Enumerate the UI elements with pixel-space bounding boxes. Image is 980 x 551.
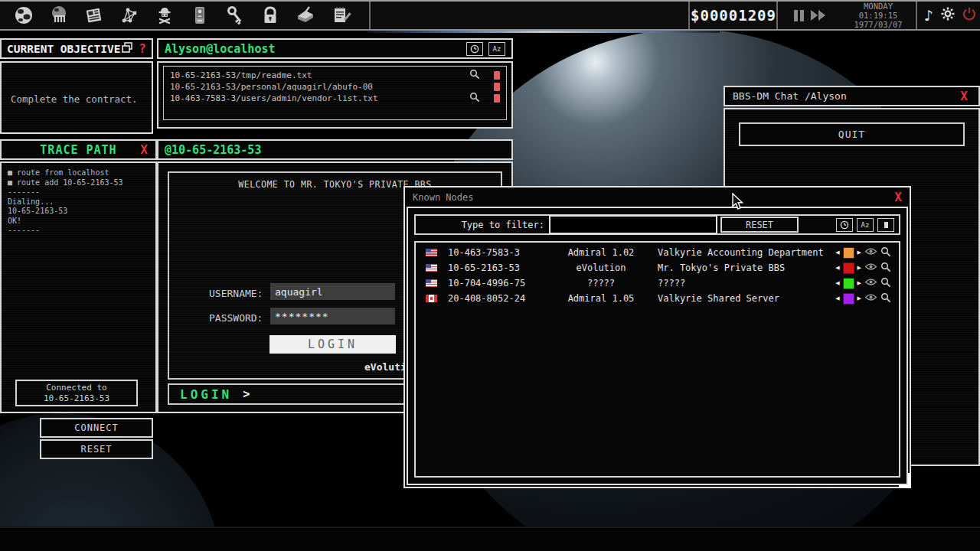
bottom-bar <box>0 527 980 551</box>
id-card-icon[interactable] <box>187 3 212 28</box>
file-path: 10-65-2163-53/personal/aquagirl/abufo-00 <box>170 82 373 92</box>
remote-host-title: @10-65-2163-53 <box>165 143 261 157</box>
password-label: PASSWORD: <box>209 312 263 324</box>
help-icon[interactable]: ? <box>139 41 146 56</box>
music-icon[interactable]: ♪ <box>924 7 933 24</box>
news-icon[interactable] <box>81 3 106 28</box>
tracepath-title: TRACE PATH <box>40 143 116 157</box>
toolbar-separator <box>688 2 690 29</box>
close-icon[interactable]: X <box>894 191 902 204</box>
money-display: $00001209 <box>691 2 776 29</box>
file-row[interactable]: 10-463-7583-3/users/admin/vendor-list.tx… <box>170 93 500 104</box>
connection-status-box: Connected to 10-65-2163-53 <box>15 380 138 406</box>
node-row[interactable]: 10-463-7583-3Admiral 1.02Valkyrie Accoun… <box>416 245 899 260</box>
known-nodes-titlebar[interactable]: Known Nodes X <box>405 187 910 207</box>
pause-icon[interactable] <box>794 10 804 21</box>
inspect-node-icon[interactable] <box>880 262 891 275</box>
network-map-icon[interactable] <box>116 3 142 28</box>
trace-log-line: ■ route add 10-65-2163-53 <box>8 178 149 188</box>
node-controls: ◀▶ <box>835 292 891 305</box>
file-row[interactable]: 10-65-2163-53/tmp/readme.txt <box>170 70 500 81</box>
file-row[interactable]: 10-65-2163-53/personal/aquagirl/abufo-00 <box>170 81 500 93</box>
inspect-node-icon[interactable] <box>880 277 891 290</box>
color-prev-arrow[interactable]: ◀ <box>835 295 839 302</box>
spy-icon[interactable] <box>152 3 177 28</box>
close-icon[interactable]: X <box>960 90 968 103</box>
lock-icon[interactable] <box>257 3 283 28</box>
node-name: ????? <box>647 278 835 289</box>
trace-log-line: Dialing... <box>8 197 149 207</box>
filter-reset-button[interactable]: RESET <box>720 217 799 233</box>
login-button[interactable]: LOGIN <box>270 335 396 354</box>
color-next-arrow[interactable]: ▶ <box>858 249 861 256</box>
key-icon[interactable] <box>222 3 247 28</box>
fast-forward-icon[interactable] <box>811 10 825 21</box>
node-row[interactable]: 10-704-4996-75??????????◀▶ <box>416 276 899 291</box>
chat-titlebar: BBS-DM Chat /Alyson X <box>724 86 980 106</box>
color-next-arrow[interactable]: ▶ <box>858 265 861 271</box>
sort-recent-icon[interactable] <box>836 218 853 232</box>
watch-node-icon[interactable] <box>864 262 877 273</box>
reset-route-button[interactable]: RESET <box>40 439 153 459</box>
tracepath-titlebar: TRACE PATH X <box>0 139 157 160</box>
sort-alpha-button[interactable]: Az <box>857 218 874 232</box>
sort-alpha-button[interactable]: Az <box>488 42 505 56</box>
power-icon[interactable] <box>962 7 976 24</box>
trace-log-line: 10-65-2163-53 <box>8 207 149 217</box>
watch-node-icon[interactable] <box>864 278 877 289</box>
notes-icon[interactable] <box>328 3 353 28</box>
tracepath-panel: ■ route from localhost■ route add 10-65-… <box>0 161 157 413</box>
color-next-arrow[interactable]: ▶ <box>858 295 861 302</box>
top-toolbar: $00001209 MONDAY 01:19:15 1977/03/07 ♪ <box>0 0 980 31</box>
close-icon[interactable]: X <box>140 144 148 156</box>
known-nodes-title: Known Nodes <box>413 192 473 203</box>
delete-file-icon[interactable] <box>494 83 500 91</box>
command-text: LOGIN <box>180 387 232 402</box>
node-name: Valkyrie Accounting Department <box>647 247 835 258</box>
filter-label: Type to filter: <box>416 220 544 230</box>
windows-icon[interactable] <box>122 41 133 56</box>
filemanager-panel: 10-65-2163-53/tmp/readme.txt10-65-2163-5… <box>157 61 513 129</box>
city-icon[interactable] <box>46 3 71 28</box>
clock-date: 1977/03/07 <box>854 20 902 29</box>
trace-log-line: OK! <box>8 217 149 227</box>
watch-node-icon[interactable] <box>864 293 877 304</box>
watch-node-icon[interactable] <box>864 247 877 258</box>
resize-handle[interactable] <box>899 473 911 488</box>
node-row[interactable]: 20-408-8052-24Admiral 1.05Valkyrie Share… <box>416 291 899 306</box>
file-path: 10-463-7583-3/users/admin/vendor-list.tx… <box>170 93 378 103</box>
view-file-icon[interactable] <box>469 69 480 82</box>
trace-log-line: ■ route from localhost <box>8 168 149 178</box>
quit-button[interactable]: QUIT <box>739 122 965 146</box>
trace-log: ■ route from localhost■ route add 10-65-… <box>8 168 149 236</box>
toolbar-separator <box>776 2 778 29</box>
node-color-swatch[interactable] <box>843 293 854 305</box>
connect-button[interactable]: CONNECT <box>40 418 153 438</box>
sort-recent-icon[interactable] <box>466 42 483 56</box>
book-icon[interactable] <box>292 3 318 28</box>
node-color-swatch[interactable] <box>843 262 854 274</box>
node-color-swatch[interactable] <box>843 247 854 259</box>
clock-day: MONDAY <box>864 2 893 11</box>
color-prev-arrow[interactable]: ◀ <box>835 249 839 256</box>
inspect-node-icon[interactable] <box>880 246 891 259</box>
color-prev-arrow[interactable]: ◀ <box>835 265 839 271</box>
delete-file-icon[interactable] <box>494 71 500 80</box>
sort-color-icon[interactable] <box>877 218 894 232</box>
settings-gear-icon[interactable] <box>941 7 955 24</box>
world-map-icon[interactable] <box>11 3 36 28</box>
filemanager-title: Alyson@localhost <box>165 42 276 56</box>
color-next-arrow[interactable]: ▶ <box>858 280 861 286</box>
connection-status-line1: Connected to <box>17 383 136 393</box>
objective-panel: Complete the contract. <box>0 61 153 134</box>
password-field[interactable] <box>270 308 395 324</box>
node-color-swatch[interactable] <box>843 278 854 289</box>
view-file-icon[interactable] <box>469 92 480 105</box>
filter-input[interactable] <box>549 215 717 234</box>
username-field[interactable] <box>270 283 395 300</box>
node-row[interactable]: 10-65-2163-53eVolutionMr. Tokyo's Privat… <box>416 260 899 276</box>
delete-file-icon[interactable] <box>494 94 500 103</box>
color-prev-arrow[interactable]: ◀ <box>835 280 839 286</box>
inspect-node-icon[interactable] <box>880 292 891 305</box>
toolbar-separator <box>369 2 371 29</box>
